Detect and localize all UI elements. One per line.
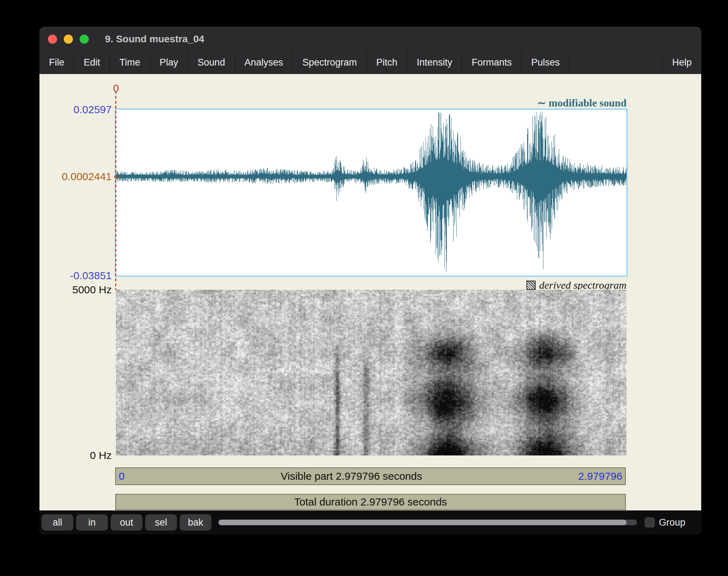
menu-item-analyses[interactable]: Analyses [235,51,293,74]
zoom-buttons: allinoutselbak [42,514,214,531]
frequency-min-label: 0 Hz [39,449,112,462]
menu-item-file[interactable]: File [39,51,74,74]
amplitude-cursor-label: 0.0002441 [39,170,112,183]
menu-item-help[interactable]: Help [662,51,701,74]
cursor-value-marker [114,175,117,178]
menu-spacer [569,51,662,74]
window-title: 9. Sound muestra_04 [105,33,204,45]
menu-bar: FileEditTimePlaySoundAnalysesSpectrogram… [39,51,701,74]
title-bar: 9. Sound muestra_04 [39,27,701,51]
visible-end-time: 2.979796 [578,470,622,482]
button-bak[interactable]: bak [180,514,211,531]
modifiable-sound-legend: ∼ modifiable sound [380,97,627,109]
visible-start-time: 0 [119,470,125,482]
total-duration-bar[interactable]: Total duration 2.979796 seconds [115,494,626,510]
waveform-display[interactable] [116,110,627,276]
group-checkbox[interactable] [645,517,655,527]
menu-item-play[interactable]: Play [150,51,188,74]
frequency-max-label: 5000 Hz [39,283,112,296]
menu-item-edit[interactable]: Edit [74,51,110,74]
scrollbar-track[interactable] [218,520,637,525]
praat-sound-editor-window: 9. Sound muestra_04 FileEditTimePlaySoun… [39,27,701,534]
cursor-line [115,91,116,290]
close-button[interactable] [48,35,57,44]
amplitude-max-label: 0.02597 [39,103,112,116]
waveform-plot [115,109,628,277]
button-in[interactable]: in [76,514,108,531]
scrollbar-thumb[interactable] [218,520,627,525]
zoom-window-button[interactable] [80,35,89,44]
amplitude-min-label: -0.03851 [39,269,112,282]
menu-item-time[interactable]: Time [110,51,150,74]
spectrogram-icon [526,281,536,290]
derived-spectrogram-label: derived spectrogram [539,279,627,291]
menu-items: FileEditTimePlaySoundAnalysesSpectrogram… [39,51,569,74]
menu-item-sound[interactable]: Sound [188,51,235,74]
button-out[interactable]: out [111,514,142,531]
menu-item-pulses[interactable]: Pulses [522,51,569,74]
group-label: Group [659,517,685,528]
visible-part-label: Visible part 2.979796 seconds [125,470,578,482]
button-all[interactable]: all [42,514,73,531]
total-duration-label: Total duration 2.979796 seconds [294,496,447,508]
menu-item-pitch[interactable]: Pitch [367,51,407,74]
visible-part-bar[interactable]: 0 Visible part 2.979796 seconds 2.979796 [115,467,626,485]
button-sel[interactable]: sel [145,514,177,531]
minimize-button[interactable] [64,35,73,44]
bottom-bar: allinoutselbak Group [39,510,701,534]
menu-item-intensity[interactable]: Intensity [407,51,462,74]
group-control: Group [645,517,685,528]
menu-item-formants[interactable]: Formants [462,51,522,74]
spectrogram-plot [116,290,627,455]
editor-content: 0 0.02597 0.0002441 -0.03851 ∼ modifiabl… [39,74,701,510]
menu-item-spectrogram[interactable]: Spectrogram [293,51,367,74]
spectrogram-display[interactable] [116,290,627,455]
